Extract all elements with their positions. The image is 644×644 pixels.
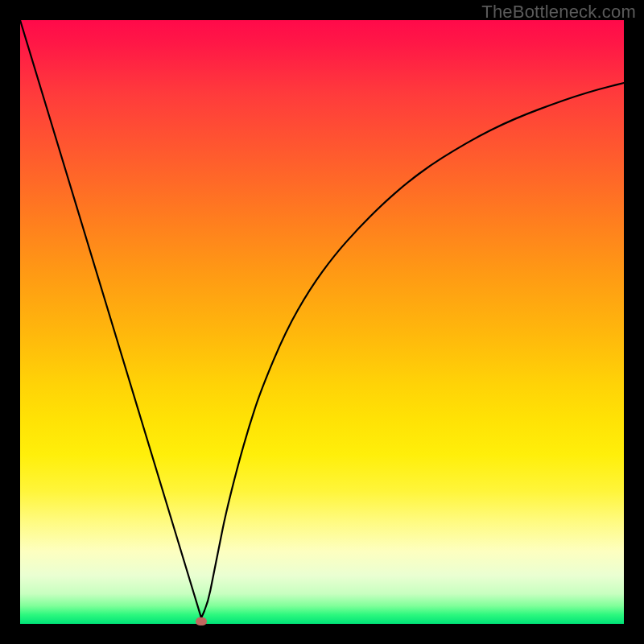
plot-area xyxy=(20,20,624,624)
bottleneck-curve xyxy=(20,20,624,624)
chart-frame: TheBottleneck.com xyxy=(0,0,644,644)
optimal-point-marker xyxy=(196,617,207,625)
curve-path xyxy=(20,20,624,618)
